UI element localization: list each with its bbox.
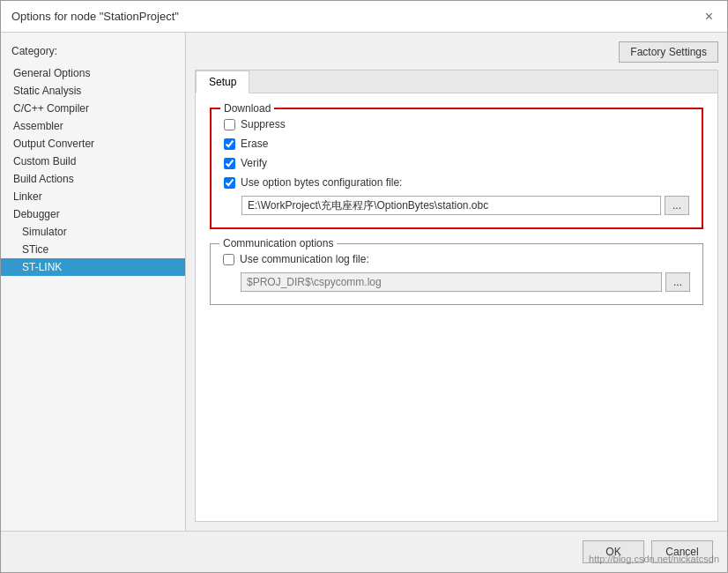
download-section: Download Suppress Erase Verify [210, 108, 703, 229]
bottom-bar: OK Cancel [1, 531, 727, 572]
main-panel: Factory Settings Setup Download Suppress [186, 33, 727, 531]
comm-log-label: Use communication log file: [240, 253, 369, 265]
tab-panel: Setup Download Suppress Erase [195, 70, 718, 522]
sidebar-item-static-analysis[interactable]: Static Analysis [1, 82, 185, 100]
comm-log-checkbox[interactable] [223, 254, 234, 265]
suppress-label: Suppress [241, 118, 286, 130]
tab-bar: Setup [196, 71, 717, 93]
tab-setup[interactable]: Setup [196, 71, 249, 93]
title-bar: Options for node "StationProject" × [1, 1, 727, 33]
erase-row: Erase [224, 138, 689, 150]
sidebar-item-assembler[interactable]: Assembler [1, 117, 185, 135]
communication-section: Communication options Use communication … [210, 243, 703, 305]
sidebar-item-simulator[interactable]: Simulator [1, 223, 185, 241]
erase-label: Erase [241, 138, 268, 150]
sidebar-item-custom-build[interactable]: Custom Build [1, 153, 185, 170]
communication-section-label: Communication options [219, 237, 337, 249]
option-bytes-input[interactable] [241, 196, 661, 215]
option-bytes-label: Use option bytes configuration file: [241, 176, 402, 189]
sidebar-item-debugger[interactable]: Debugger [1, 205, 185, 223]
suppress-row: Suppress [224, 118, 689, 130]
comm-log-row: Use communication log file: [223, 253, 690, 265]
watermark: http://blog.csdn.net/nickatcsdn [589, 554, 719, 564]
verify-label: Verify [241, 157, 267, 169]
comm-log-input[interactable] [241, 272, 662, 292]
sidebar-item-cpp-compiler[interactable]: C/C++ Compiler [1, 100, 185, 117]
verify-checkbox[interactable] [224, 158, 235, 169]
sidebar-item-st-link[interactable]: ST-LINK [1, 258, 185, 276]
erase-checkbox[interactable] [224, 138, 235, 150]
download-section-label: Download [220, 102, 274, 115]
option-bytes-input-row: ... [241, 196, 689, 215]
option-bytes-checkbox[interactable] [224, 177, 235, 189]
sidebar-item-general-options[interactable]: General Options [1, 64, 185, 82]
suppress-checkbox[interactable] [224, 119, 235, 130]
factory-btn-row: Factory Settings [195, 41, 718, 63]
option-bytes-row: Use option bytes configuration file: [224, 176, 689, 189]
factory-settings-button[interactable]: Factory Settings [619, 41, 718, 63]
category-label: Category: [1, 41, 185, 64]
sidebar-item-output-converter[interactable]: Output Converter [1, 135, 185, 153]
dialog-title: Options for node "StationProject" [11, 10, 179, 23]
sidebar-item-build-actions[interactable]: Build Actions [1, 170, 185, 188]
comm-log-input-row: ... [241, 272, 690, 292]
dialog: Options for node "StationProject" × Cate… [0, 0, 728, 573]
comm-log-browse-button[interactable]: ... [665, 272, 690, 292]
content-area: Category: General Options Static Analysi… [1, 33, 727, 531]
close-button[interactable]: × [702, 10, 717, 24]
sidebar-item-stice[interactable]: STice [1, 241, 185, 258]
option-bytes-browse-button[interactable]: ... [665, 196, 689, 215]
tab-content-setup: Download Suppress Erase Verify [196, 93, 717, 521]
verify-row: Verify [224, 157, 689, 169]
sidebar: Category: General Options Static Analysi… [1, 33, 186, 531]
sidebar-item-linker[interactable]: Linker [1, 188, 185, 205]
